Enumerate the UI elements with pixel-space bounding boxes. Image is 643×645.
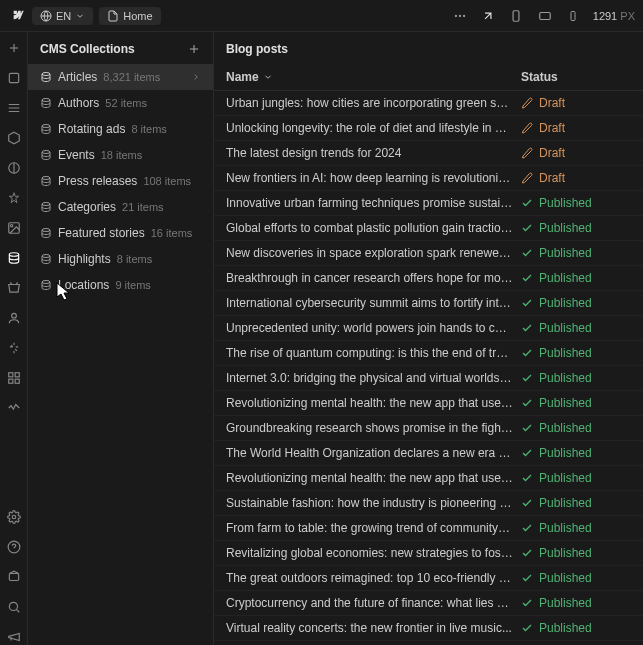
row-status: Published xyxy=(521,471,631,485)
status-label: Draft xyxy=(539,121,565,135)
svg-point-26 xyxy=(42,73,50,76)
table-row[interactable]: Breakthrough in cancer research offers h… xyxy=(214,266,643,291)
collection-name: Featured stories xyxy=(58,226,145,240)
row-name: Unprecedented unity: world powers join h… xyxy=(226,321,521,335)
logic-icon[interactable] xyxy=(6,340,22,356)
table-row[interactable]: Cryptocurrency and the future of finance… xyxy=(214,591,643,616)
settings-icon[interactable] xyxy=(6,509,22,525)
collections-list: Articles 8,321 itemsAuthors 52 itemsRota… xyxy=(28,64,213,298)
row-status: Published xyxy=(521,221,631,235)
table-row[interactable]: New frontiers in AI: how deep learning i… xyxy=(214,166,643,191)
pages-icon[interactable] xyxy=(6,70,22,86)
components-icon[interactable] xyxy=(6,130,22,146)
table-row[interactable]: Revolutionizing mental health: the new a… xyxy=(214,391,643,416)
svg-rect-17 xyxy=(8,379,12,383)
ecommerce-icon[interactable] xyxy=(6,280,22,296)
table-row[interactable]: Unprecedented unity: world powers join h… xyxy=(214,316,643,341)
sidebar-title: CMS Collections xyxy=(40,42,135,56)
collection-item[interactable]: Featured stories 16 items xyxy=(28,220,213,246)
navigator-icon[interactable] xyxy=(6,100,22,116)
audit-icon[interactable] xyxy=(6,400,22,416)
collection-count: 18 items xyxy=(101,149,143,161)
table-row[interactable]: Global efforts to combat plastic polluti… xyxy=(214,216,643,241)
collections-sidebar: CMS Collections Articles 8,321 itemsAuth… xyxy=(28,32,214,645)
collection-item[interactable]: Locations 9 items xyxy=(28,272,213,298)
collection-item[interactable]: Articles 8,321 items xyxy=(28,64,213,90)
search-icon[interactable] xyxy=(6,599,22,615)
table-row[interactable]: Unlocking longevity: the role of diet an… xyxy=(214,116,643,141)
status-label: Published xyxy=(539,196,592,210)
row-name: New discoveries in space exploration spa… xyxy=(226,246,521,260)
chevron-down-icon xyxy=(263,72,273,82)
mobile-icon[interactable] xyxy=(567,9,579,23)
collection-item[interactable]: Events 18 items xyxy=(28,142,213,168)
row-status: Published xyxy=(521,621,631,635)
add-element-icon[interactable] xyxy=(6,40,22,56)
table-row[interactable]: Innovative urban farming techniques prom… xyxy=(214,191,643,216)
help-icon[interactable] xyxy=(6,539,22,555)
table-row[interactable]: Revolutionizing mental health: the new a… xyxy=(214,466,643,491)
collection-name: Highlights xyxy=(58,252,111,266)
status-label: Published xyxy=(539,296,592,310)
status-label: Published xyxy=(539,621,592,635)
webflow-logo[interactable] xyxy=(8,7,26,25)
add-collection-button[interactable] xyxy=(187,42,201,56)
database-icon xyxy=(40,97,52,109)
svg-point-33 xyxy=(42,255,50,258)
cms-icon[interactable] xyxy=(6,250,22,266)
database-icon xyxy=(40,175,52,187)
table-row[interactable]: The rise of quantum computing: is this t… xyxy=(214,341,643,366)
row-status: Published xyxy=(521,321,631,335)
check-icon xyxy=(521,622,533,634)
table-row[interactable]: The great outdoors reimagined: top 10 ec… xyxy=(214,566,643,591)
check-icon xyxy=(521,322,533,334)
svg-point-13 xyxy=(9,253,18,257)
export-icon[interactable] xyxy=(481,9,495,23)
table-row[interactable]: Revitalizing global economies: new strat… xyxy=(214,541,643,566)
assets-icon[interactable] xyxy=(6,220,22,236)
row-name: Global efforts to combat plastic polluti… xyxy=(226,221,521,235)
viewport-unit: PX xyxy=(620,10,635,22)
collection-name: Rotating ads xyxy=(58,122,125,136)
tablet-icon[interactable] xyxy=(509,9,523,23)
database-icon xyxy=(40,123,52,135)
table-row[interactable]: Groundbreaking research shows promise in… xyxy=(214,416,643,441)
table-row[interactable]: Internet 3.0: bridging the physical and … xyxy=(214,366,643,391)
variables-icon[interactable] xyxy=(6,190,22,206)
check-icon xyxy=(521,572,533,584)
collection-item[interactable]: Categories 21 items xyxy=(28,194,213,220)
table-row[interactable]: International cybersecurity summit aims … xyxy=(214,291,643,316)
styles-icon[interactable] xyxy=(6,160,22,176)
svg-rect-9 xyxy=(9,73,18,82)
collection-item[interactable]: Press releases 108 items xyxy=(28,168,213,194)
row-status: Published xyxy=(521,246,631,260)
table-row[interactable]: Sustainable fashion: how the industry is… xyxy=(214,491,643,516)
announce-icon[interactable] xyxy=(6,629,22,645)
more-icon[interactable] xyxy=(453,9,467,23)
video-icon[interactable] xyxy=(6,569,22,585)
desktop-icon[interactable] xyxy=(537,9,553,23)
apps-icon[interactable] xyxy=(6,370,22,386)
pencil-icon xyxy=(521,122,533,134)
table-row[interactable]: The rise of eSports: virtual competition… xyxy=(214,641,643,645)
status-label: Published xyxy=(539,371,592,385)
column-name-header[interactable]: Name xyxy=(226,70,521,84)
users-icon[interactable] xyxy=(6,310,22,326)
collection-name: Authors xyxy=(58,96,99,110)
status-label: Published xyxy=(539,521,592,535)
collection-item[interactable]: Rotating ads 8 items xyxy=(28,116,213,142)
collection-item[interactable]: Authors 52 items xyxy=(28,90,213,116)
table-row[interactable]: Virtual reality concerts: the new fronti… xyxy=(214,616,643,641)
column-status-header[interactable]: Status xyxy=(521,70,631,84)
collection-item[interactable]: Highlights 8 items xyxy=(28,246,213,272)
table-row[interactable]: From farm to table: the growing trend of… xyxy=(214,516,643,541)
table-row[interactable]: The latest design trends for 2024Draft xyxy=(214,141,643,166)
page-selector[interactable]: Home xyxy=(99,7,160,25)
table-row[interactable]: The World Health Organization declares a… xyxy=(214,441,643,466)
left-tool-rail xyxy=(0,32,28,645)
table-row[interactable]: Urban jungles: how cities are incorporat… xyxy=(214,91,643,116)
row-status: Published xyxy=(521,196,631,210)
table-row[interactable]: New discoveries in space exploration spa… xyxy=(214,241,643,266)
row-status: Published xyxy=(521,546,631,560)
language-selector[interactable]: EN xyxy=(32,7,93,25)
